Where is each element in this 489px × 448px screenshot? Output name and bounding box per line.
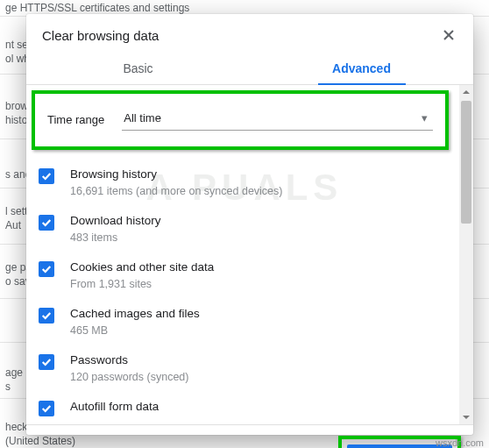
list-item: Autofill form data — [39, 391, 456, 424]
check-icon — [41, 357, 52, 367]
check-icon — [41, 171, 52, 181]
source-credit: wsxdn.com — [436, 437, 484, 448]
close-button[interactable] — [440, 26, 457, 44]
item-title: Cookies and other site data — [70, 260, 214, 275]
scrollbar-thumb[interactable] — [461, 101, 471, 224]
checkbox-autofill[interactable] — [39, 401, 54, 416]
check-icon — [41, 217, 52, 228]
time-range-select[interactable]: All time ▾ — [122, 108, 433, 131]
item-title: Download history — [70, 213, 161, 229]
chevron-down-icon: ▾ — [422, 111, 428, 124]
time-range-value: All time — [124, 111, 161, 124]
checkbox-cookies[interactable] — [39, 261, 54, 277]
checkbox-passwords[interactable] — [39, 354, 54, 370]
time-range-highlight: Time range All time ▾ — [32, 90, 449, 150]
item-subtitle: From 1,931 sites — [70, 278, 214, 290]
checkbox-cached[interactable] — [39, 308, 54, 324]
dialog-footer: CANCEL CLEAR DATA — [26, 424, 473, 448]
tab-basic[interactable]: Basic — [26, 51, 250, 84]
scroll-up-icon[interactable] — [459, 85, 473, 99]
list-item: Cached images and files 465 MB — [39, 298, 456, 345]
list-item: Browsing history 16,691 items (and more … — [39, 159, 456, 205]
checkbox-browsing-history[interactable] — [39, 168, 54, 184]
check-icon — [41, 264, 52, 274]
check-icon — [41, 403, 52, 414]
dialog-title: Clear browsing data — [42, 28, 159, 43]
scroll-down-icon[interactable] — [459, 410, 473, 424]
item-subtitle: 465 MB — [70, 324, 200, 337]
list-item: Passwords 120 passwords (synced) — [39, 345, 456, 391]
item-subtitle: 16,691 items (and more on synced devices… — [70, 185, 283, 197]
item-title: Cached images and files — [70, 306, 200, 322]
item-subtitle: 483 items — [70, 231, 161, 244]
clear-browsing-data-dialog: Clear browsing data Basic Advanced Time … — [26, 14, 473, 435]
checkbox-download-history[interactable] — [39, 215, 54, 231]
item-subtitle: 120 passwords (synced) — [70, 371, 188, 383]
time-range-label: Time range — [47, 113, 104, 126]
scrollbar[interactable] — [459, 85, 473, 424]
list-item: Cookies and other site data From 1,931 s… — [39, 252, 456, 298]
list-item: Download history 483 items — [39, 205, 456, 252]
item-title: Autofill form data — [70, 399, 159, 415]
dialog-body: Time range All time ▾ Browsing history 1… — [26, 85, 459, 424]
tab-advanced[interactable]: Advanced — [250, 51, 473, 84]
item-title: Browsing history — [70, 167, 283, 182]
item-title: Passwords — [70, 352, 188, 368]
check-icon — [41, 310, 52, 321]
scrollbar-track[interactable] — [459, 99, 473, 410]
tabs: Basic Advanced — [26, 51, 473, 85]
close-icon — [443, 29, 455, 41]
